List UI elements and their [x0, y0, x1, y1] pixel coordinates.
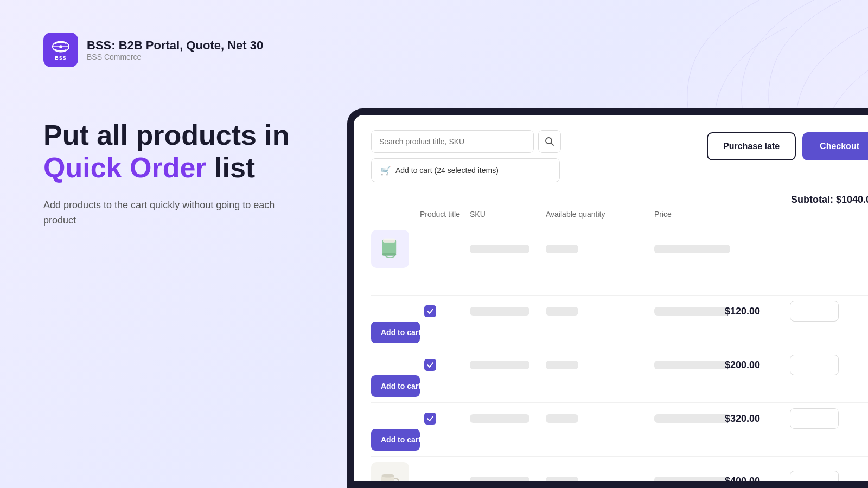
left-content: Put all products in Quick Order list Add… [43, 119, 304, 228]
skeleton-qty [654, 245, 730, 253]
col-thumb [371, 210, 420, 219]
skeleton-title [470, 245, 529, 253]
product-thumbnail [371, 230, 409, 268]
qty-stepper[interactable]: ▲ ▼ [790, 355, 839, 375]
skeleton-title [470, 307, 529, 316]
logo-icon [51, 39, 71, 54]
product-thumbnail [371, 462, 409, 481]
add-cart-selected-label: Add to cart (24 selected items) [395, 166, 499, 175]
add-to-cart-selected-button[interactable]: 🛒 Add to cart (24 selected items) [371, 158, 560, 182]
svg-rect-7 [383, 240, 395, 242]
app-company: BSS Commerce [87, 53, 263, 61]
svg-rect-8 [382, 253, 397, 256]
search-row [371, 130, 561, 153]
price-cell: $200.00 [725, 359, 790, 371]
skeleton-sku [546, 245, 578, 253]
top-bar: 🛒 Add to cart (24 selected items) Purcha… [371, 130, 868, 182]
search-input[interactable] [371, 130, 534, 153]
skeleton-sku [546, 307, 578, 316]
skeleton-sku [546, 414, 578, 423]
qty-input[interactable] [790, 361, 839, 370]
panel: 🛒 Add to cart (24 selected items) Purcha… [354, 115, 868, 481]
headline-accent: Quick Order [43, 152, 207, 183]
qty-input[interactable] [790, 477, 839, 482]
svg-point-10 [381, 474, 394, 477]
skeleton-qty [654, 414, 730, 423]
skeleton-sku [546, 361, 578, 369]
price-cell: $400.00 [725, 476, 790, 482]
checkbox-cell [420, 413, 470, 425]
cart-icon: 🛒 [380, 165, 391, 176]
subtotal-label: Subtotal: $1040.00 [791, 194, 868, 205]
search-button[interactable] [538, 130, 561, 153]
checkbox[interactable] [424, 359, 436, 371]
qty-stepper[interactable]: ▲ ▼ [790, 471, 839, 481]
col-action [790, 210, 868, 219]
skeleton-title [470, 414, 529, 423]
qty-input[interactable] [790, 307, 839, 316]
skeleton-title [470, 361, 529, 369]
header-text: BSS: B2B Portal, Quote, Net 30 BSS Comme… [87, 38, 263, 61]
skeleton-sku [546, 477, 578, 481]
mug-icon [377, 468, 403, 481]
col-available-qty: Available quantity [546, 210, 654, 219]
skeleton-title [470, 477, 529, 481]
hero-subtext: Add products to the cart quickly without… [43, 197, 304, 229]
qty-stepper[interactable]: ▲ ▼ [790, 408, 839, 429]
logo-text: BSS [55, 55, 67, 61]
app-logo: BSS [43, 33, 78, 67]
app-header: BSS BSS: B2B Portal, Quote, Net 30 BSS C… [43, 33, 263, 67]
col-sku: SKU [470, 210, 546, 219]
checkout-button[interactable]: Checkout [802, 132, 868, 160]
search-icon [545, 137, 554, 146]
price-cell: $320.00 [725, 413, 790, 425]
cup-icon [377, 236, 403, 262]
search-section: 🛒 Add to cart (24 selected items) [371, 130, 561, 182]
device-screen: 🛒 Add to cart (24 selected items) Purcha… [354, 115, 868, 481]
add-to-cart-button[interactable]: Add to cart [371, 429, 420, 451]
purchase-late-button[interactable]: Purchase late [707, 132, 796, 160]
checkbox[interactable] [424, 305, 436, 317]
checkbox-cell [420, 359, 470, 371]
skeleton-qty [654, 307, 730, 316]
checkmark-icon [426, 307, 434, 315]
qty-stepper[interactable]: ▲ ▼ [790, 301, 839, 322]
skeleton-qty [654, 477, 730, 481]
table-row: $320.00 ▲ ▼ Add to cart [371, 403, 868, 457]
skeleton-qty [654, 361, 730, 369]
col-product-title: Product title [420, 210, 470, 219]
qty-input[interactable] [790, 414, 839, 423]
checkbox[interactable] [424, 413, 436, 425]
checkbox-cell [420, 305, 470, 317]
headline-part1: Put all products in [43, 119, 290, 151]
col-qty-input [725, 210, 790, 219]
device-frame: 🛒 Add to cart (24 selected items) Purcha… [347, 108, 868, 488]
headline-part2: list [207, 152, 256, 183]
headline: Put all products in Quick Order list [43, 119, 304, 184]
subtotal-row: Subtotal: $1040.00 [371, 189, 868, 210]
table-row [371, 224, 868, 296]
app-title: BSS: B2B Portal, Quote, Net 30 [87, 38, 263, 53]
svg-line-4 [551, 143, 554, 146]
table-header: Product title SKU Available quantity Pri… [371, 210, 868, 224]
add-to-cart-button[interactable]: Add to cart [371, 322, 420, 343]
checkmark-icon [426, 415, 434, 422]
action-buttons: Purchase late Checkout [707, 130, 868, 160]
table-row: $200.00 ▲ ▼ Add to cart [371, 349, 868, 403]
price-cell: $120.00 [725, 306, 790, 317]
checkmark-icon [426, 361, 434, 369]
add-to-cart-button[interactable]: Add to cart [371, 375, 420, 397]
col-price: Price [654, 210, 725, 219]
table-row: $400.00 ▲ ▼ Add to cart [371, 457, 868, 481]
table-row: $120.00 ▲ ▼ Add to cart [371, 296, 868, 349]
